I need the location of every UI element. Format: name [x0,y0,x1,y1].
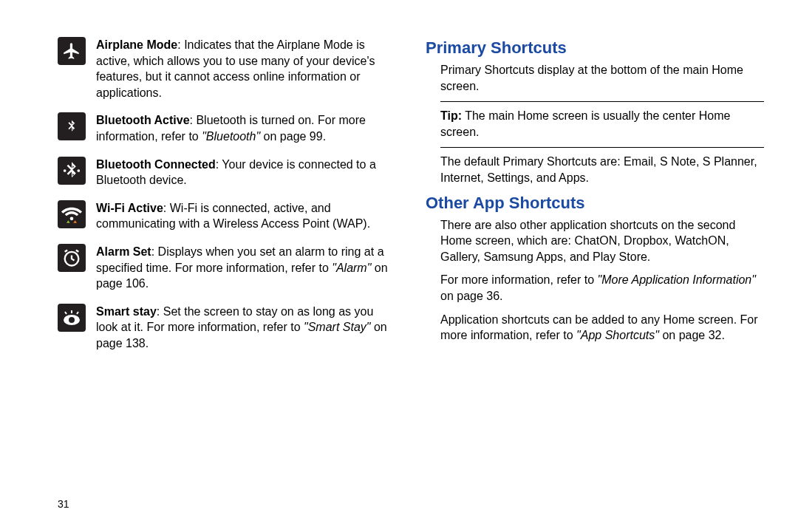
bluetooth-connected-icon [58,157,86,185]
heading-primary-shortcuts: Primary Shortcuts [426,38,764,58]
bluetooth-icon [58,112,86,140]
smart-stay-label: Smart stay [96,305,157,318]
airplane-desc: Airplane Mode: Indicates that the Airpla… [96,37,396,100]
page-number: 31 [58,498,69,510]
rule-bottom [440,147,764,148]
other-shortcuts-p3: Application shortcuts can be added to an… [440,312,764,344]
wifi-label: Wi-Fi Active [96,202,163,214]
default-shortcuts-text: The default Primary Shortcuts are: Email… [440,154,764,185]
wifi-active-icon [58,200,86,228]
icon-row-bt-connected: Bluetooth Connected: Your device is conn… [58,157,396,188]
svg-point-0 [64,169,66,172]
alarm-clock-icon [58,244,86,272]
icon-row-alarm: Alarm Set: Displays when you set an alar… [58,244,396,292]
smart-stay-ref: "Smart Stay" [304,321,371,333]
p4b: on page 36. [440,290,503,302]
wifi-desc: Wi-Fi Active: Wi-Fi is connected, active… [96,200,396,232]
alarm-ref: "Alarm" [332,262,371,274]
p4a: For more information, refer to [440,273,598,286]
bt-conn-desc: Bluetooth Connected: Your device is conn… [96,157,396,188]
icon-row-airplane: Airplane Mode: Indicates that the Airpla… [58,37,396,100]
icon-row-bt-active: Bluetooth Active: Bluetooth is turned on… [58,112,396,144]
airplane-label: Airplane Mode [96,38,177,51]
bt-active-label: Bluetooth Active [96,114,190,126]
rule-top [440,101,764,102]
bt-active-after: on page 99. [260,130,326,143]
p5-ref: "App Shortcuts" [576,329,659,341]
document-page: Airplane Mode: Indicates that the Airpla… [0,0,798,532]
p4-ref: "More Application Information" [598,273,756,286]
p5b: on page 32. [659,329,725,341]
alarm-desc: Alarm Set: Displays when you set an alar… [96,244,396,292]
primary-shortcuts-intro: Primary Shortcuts display at the bottom … [440,62,764,94]
tip-line: Tip: The main Home screen is usually the… [440,108,764,140]
bt-conn-label: Bluetooth Connected [96,158,216,171]
other-shortcuts-p1: There are also other application shortcu… [440,217,764,265]
other-shortcuts-p2: For more information, refer to "More App… [440,272,764,304]
svg-point-5 [69,317,75,323]
tip-label: Tip: [440,109,462,122]
smart-stay-eye-icon [58,304,86,332]
left-column: Airplane Mode: Indicates that the Airpla… [58,37,396,517]
svg-point-2 [70,216,74,220]
icon-row-smart-stay: Smart stay: Set the screen to stay on as… [58,304,396,352]
tip-text: The main Home screen is usually the cent… [440,109,730,138]
right-column: Primary Shortcuts Primary Shortcuts disp… [426,37,764,517]
bt-active-desc: Bluetooth Active: Bluetooth is turned on… [96,112,396,144]
airplane-icon [58,37,86,65]
icon-row-wifi: Wi-Fi Active: Wi-Fi is connected, active… [58,200,396,232]
bt-active-ref: "Bluetooth" [202,130,260,143]
smart-stay-desc: Smart stay: Set the screen to stay on as… [96,304,396,352]
alarm-label: Alarm Set [96,245,151,258]
heading-other-app-shortcuts: Other App Shortcuts [426,194,764,213]
svg-point-1 [77,169,80,172]
